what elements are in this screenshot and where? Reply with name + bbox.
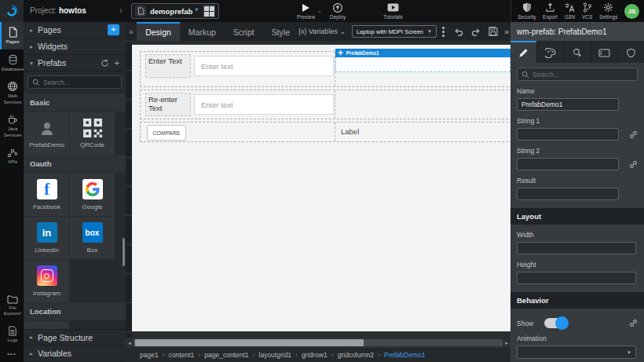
label-widget-reenter-text[interactable]: Re-enter Text — [145, 93, 191, 116]
prefab-tile-google[interactable]: Google — [70, 174, 115, 216]
user-avatar[interactable]: JS — [624, 4, 639, 19]
scrollbar-thumb[interactable] — [135, 339, 364, 346]
text-input-widget-1[interactable] — [194, 56, 334, 76]
tab-devices[interactable] — [591, 41, 617, 63]
height-field[interactable] — [517, 272, 636, 284]
tab-styles[interactable] — [536, 41, 563, 63]
selected-prefab-widget[interactable]: ✛ PrefabDemo1 — [335, 49, 510, 72]
vcs-button[interactable]: VCS — [582, 2, 592, 20]
google-icon — [82, 179, 103, 199]
breadcrumb-prefabdemo1[interactable]: PrefabDemo1 — [384, 351, 425, 359]
accordion-widgets[interactable]: ▸ Widgets — [24, 38, 126, 55]
string2-field[interactable] — [517, 158, 619, 170]
bind-string2-icon[interactable] — [629, 160, 638, 169]
tab-design[interactable]: Design — [137, 22, 180, 41]
grid-row-2[interactable]: Re-enter Text — [140, 90, 510, 119]
animation-label: Animation — [517, 335, 638, 342]
prefab-tile-prefabdemo[interactable]: PrefabDemo — [24, 112, 69, 155]
animation-select[interactable]: ▼ — [517, 346, 636, 359]
scrollbar-track[interactable] — [134, 339, 503, 346]
prefab-widget-body[interactable] — [335, 57, 510, 72]
pages-dashboard-icon[interactable] — [203, 5, 215, 17]
panel-scrollbar[interactable] — [123, 238, 125, 266]
breadcrumb-layoutgrid1[interactable]: layoutgrid1 — [259, 351, 292, 359]
save-icon[interactable] — [485, 27, 502, 36]
tab-style[interactable]: Style — [263, 22, 298, 41]
rail-item-apis[interactable]: APIs — [0, 142, 24, 170]
tab-events[interactable] — [563, 41, 590, 63]
accordion-prefabs[interactable]: ▾ Prefabs + — [24, 55, 126, 71]
widget-breadcrumb: page1› content1› page_content1› layoutgr… — [126, 348, 510, 362]
string1-field[interactable] — [517, 128, 619, 141]
show-toggle[interactable] — [544, 318, 568, 328]
rail-item-pages[interactable]: Pages — [0, 22, 24, 49]
width-field[interactable] — [517, 242, 636, 254]
properties-search[interactable] — [517, 68, 638, 81]
prefab-tile-instagram[interactable]: Instagram — [24, 260, 69, 302]
scroll-right-arrow-icon[interactable]: ▸ — [503, 340, 510, 346]
properties-panel: wm-prefab: PrefabDemo1 Name — [510, 22, 644, 362]
page-selector[interactable]: demoprefab * — [131, 3, 219, 19]
breadcrumb-gridcolumn2[interactable]: gridcolumn2 — [338, 351, 374, 359]
tab-markup[interactable]: Markup — [180, 22, 225, 41]
chevron-expanded-icon: ▾ — [30, 60, 38, 67]
deploy-button[interactable]: Deploy — [330, 2, 346, 20]
rail-item-file-explorer[interactable]: File Explorer — [0, 290, 24, 321]
settings-button[interactable]: Settings — [599, 2, 618, 20]
prefab-tile-facebook[interactable]: f Facebook — [24, 174, 69, 216]
tab-security[interactable] — [617, 41, 644, 63]
breadcrumb-gridrow1[interactable]: gridrow1 — [302, 351, 327, 359]
prefab-tile-qrcode[interactable]: QRCode — [70, 112, 115, 155]
rail-overflow-button[interactable]: ••• — [0, 347, 24, 362]
tab-properties[interactable] — [510, 41, 536, 63]
add-page-button[interactable]: + — [108, 24, 119, 35]
label-widget-result[interactable]: Label — [341, 127, 359, 136]
tutorials-button[interactable]: Tutorials — [383, 2, 403, 20]
page-canvas[interactable]: Enter Text ✛ PrefabDemo1 Re-enter Text — [132, 45, 510, 331]
security-button[interactable]: Security — [518, 2, 536, 20]
scroll-left-arrow-icon[interactable]: ◂ — [126, 340, 134, 346]
rail-item-web-services[interactable]: Web Services — [0, 76, 24, 109]
horizontal-scrollbar[interactable]: ◂ ▸ — [126, 338, 510, 348]
variables-menu[interactable]: {x} Variables ⌄ — [298, 27, 346, 35]
text-input-widget-2[interactable] — [194, 94, 334, 115]
device-selector[interactable]: Laptop with MDPI Screen ▼ — [352, 25, 437, 38]
more-options-icon[interactable] — [437, 27, 450, 37]
bind-show-icon[interactable] — [629, 319, 638, 327]
bind-string1-icon[interactable] — [629, 130, 638, 139]
undo-icon[interactable] — [450, 27, 467, 36]
prefab-tile-linkedin[interactable]: in LinkedIn — [24, 217, 69, 259]
prefab-search[interactable] — [27, 75, 122, 89]
grid-row-1[interactable]: Enter Text ✛ PrefabDemo1 — [140, 51, 510, 87]
name-field[interactable] — [517, 98, 619, 111]
rail-item-databases[interactable]: Databases — [0, 49, 24, 77]
breadcrumb-page1[interactable]: page1 — [140, 351, 159, 359]
import-prefab-button[interactable]: + — [115, 58, 119, 68]
properties-search-input[interactable] — [532, 71, 633, 79]
project-name[interactable]: howtos — [59, 6, 86, 15]
rail-item-java-services[interactable]: Java Services — [0, 109, 24, 142]
rail-item-logs[interactable]: Logs — [0, 321, 24, 348]
grid-row-3[interactable]: COMPARE Label — [140, 122, 510, 142]
tab-script[interactable]: Script — [225, 22, 263, 41]
accordion-pages[interactable]: ▸ Pages + — [24, 22, 126, 38]
refresh-icon[interactable] — [101, 59, 109, 68]
collapse-left-panel-icon[interactable]: « — [126, 27, 137, 36]
i18n-button[interactable]: i18N — [564, 2, 575, 20]
accordion-variables[interactable]: ▸ Variables — [24, 346, 126, 362]
gear-icon — [603, 2, 613, 13]
preview-button[interactable]: Preview — [297, 2, 315, 20]
breadcrumb-page-content1[interactable]: page_content1 — [204, 351, 248, 359]
wavemaker-logo-icon[interactable] — [0, 0, 24, 22]
result-field[interactable] — [517, 188, 619, 200]
accordion-page-structure[interactable]: ▸ Page Structure — [24, 329, 126, 346]
prefab-tile-box[interactable]: box Box — [70, 217, 115, 259]
compare-button-widget[interactable]: COMPARE — [147, 125, 186, 141]
prefab-search-input[interactable] — [43, 79, 117, 86]
redo-icon[interactable] — [467, 27, 485, 36]
export-button[interactable]: Export — [543, 2, 558, 20]
preview-dropdown-icon[interactable]: ⌄ — [317, 8, 322, 14]
breadcrumb-content1[interactable]: content1 — [169, 351, 195, 359]
widget-selection-header[interactable]: ✛ PrefabDemo1 — [335, 49, 510, 57]
label-widget-enter-text[interactable]: Enter Text — [145, 54, 191, 78]
